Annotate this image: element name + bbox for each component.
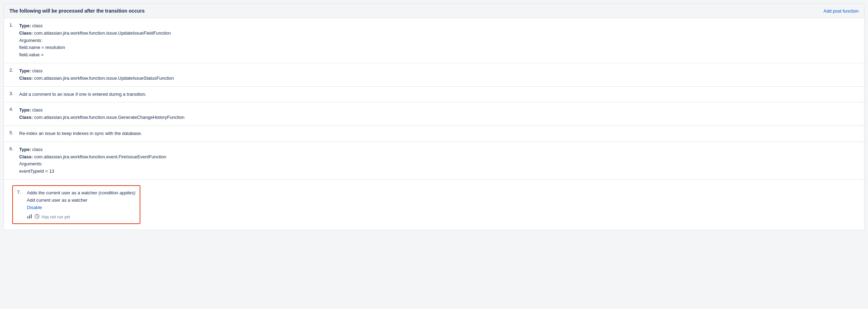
item-line: field.value = (19, 51, 859, 59)
item-number: 2. (9, 67, 17, 73)
item-line: Class: com.atlassian.jira.workflow.funct… (19, 30, 859, 37)
item-number: 1. (9, 22, 17, 28)
item-line: Type: class (19, 146, 859, 153)
highlighted-item: 7.Adds the current user as a watcher (co… (12, 185, 140, 224)
item-line: Disable (27, 204, 135, 211)
item-line: Type: class (19, 22, 859, 30)
disable-link[interactable]: Disable (27, 205, 42, 210)
field-label: Class: (19, 76, 33, 81)
item-number: 5. (9, 130, 17, 135)
item-line: Add current user as a watcher (27, 197, 135, 204)
svg-rect-1 (29, 215, 30, 218)
field-label: Class: (19, 115, 33, 120)
item-line: Type: class (19, 107, 859, 114)
item-line: Type: class (19, 67, 859, 75)
list-item: 5.Re-index an issue to keep indexes in s… (4, 126, 864, 142)
item-line: Add a comment to an issue if one is ente… (19, 91, 859, 98)
header-bar: The following will be processed after th… (4, 4, 864, 18)
item-line: Class: com.atlassian.jira.workflow.funct… (19, 114, 859, 121)
stats-row: Has not run yet (27, 214, 135, 220)
item-line: eventTypeId = 13 (19, 168, 859, 175)
item-line: Class: com.atlassian.jira.workflow.funct… (19, 153, 859, 161)
list-item: 3.Add a comment to an issue if one is en… (4, 87, 864, 103)
item-line: Arguments: (19, 160, 859, 168)
item-content: Re-index an issue to keep indexes in syn… (19, 130, 859, 137)
item-content: Add a comment to an issue if one is ente… (19, 91, 859, 98)
item-line: Re-index an issue to keep indexes in syn… (19, 130, 859, 137)
svg-line-5 (37, 216, 38, 217)
bar-chart-icon (27, 214, 32, 220)
list-item: 6.Type: classClass: com.atlassian.jira.w… (4, 142, 864, 180)
list-item: 7.Adds the current user as a watcher (co… (4, 180, 864, 230)
has-not-run-text: Has not run yet (42, 215, 70, 220)
svg-rect-2 (31, 214, 32, 218)
add-post-function-link[interactable]: Add post function (824, 8, 859, 14)
field-label: Type: (19, 68, 31, 73)
item-content: Type: classClass: com.atlassian.jira.wor… (19, 146, 859, 175)
field-label: Type: (19, 107, 31, 113)
item-number: 6. (9, 146, 17, 151)
svg-rect-0 (27, 216, 28, 218)
item-content: Type: classClass: com.atlassian.jira.wor… (19, 22, 859, 59)
item-number: 3. (9, 91, 17, 96)
item-number: 7. (17, 189, 25, 195)
condition-text: (condition applies) (98, 190, 135, 195)
list-item: 2.Type: classClass: com.atlassian.jira.w… (4, 63, 864, 87)
item-content: Adds the current user as a watcher (cond… (27, 189, 135, 220)
clock-icon (35, 214, 39, 220)
item-line: Class: com.atlassian.jira.workflow.funct… (19, 75, 859, 82)
field-label: Type: (19, 23, 31, 28)
field-label: Type: (19, 147, 31, 152)
items-list: 1.Type: classClass: com.atlassian.jira.w… (4, 18, 864, 230)
item-line: Adds the current user as a watcher (cond… (27, 189, 135, 197)
item-line: field.name = resolution (19, 44, 859, 51)
item-number: 4. (9, 107, 17, 112)
list-item: 4.Type: classClass: com.atlassian.jira.w… (4, 102, 864, 126)
item-content: Type: classClass: com.atlassian.jira.wor… (19, 107, 859, 121)
field-label: Class: (19, 30, 33, 36)
list-item: 1.Type: classClass: com.atlassian.jira.w… (4, 18, 864, 63)
item-line: Arguments: (19, 37, 859, 44)
field-label: Class: (19, 154, 33, 159)
item-content: Type: classClass: com.atlassian.jira.wor… (19, 67, 859, 82)
main-container: The following will be processed after th… (3, 3, 865, 230)
page-title: The following will be processed after th… (9, 8, 145, 14)
